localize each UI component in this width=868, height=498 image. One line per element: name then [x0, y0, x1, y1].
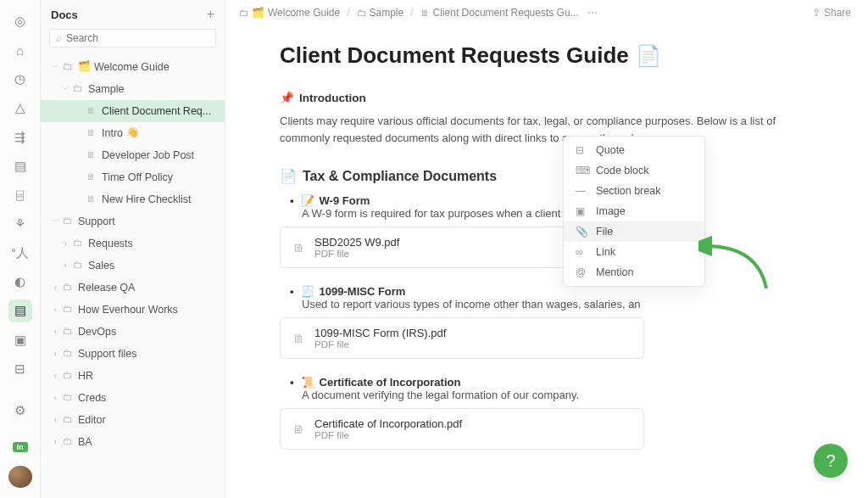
- person-icon[interactable]: °人: [8, 242, 32, 264]
- team-icon[interactable]: ⚘: [8, 213, 32, 235]
- tasks-icon[interactable]: ⇶: [8, 126, 32, 148]
- tree-item-welcome[interactable]: ﹀🗀🗂️Welcome Guide: [41, 56, 225, 78]
- clock-icon[interactable]: ◷: [8, 68, 32, 90]
- section-heading: 📄Tax & Compliance Documents: [280, 168, 814, 184]
- slash-menu: ⊟Quote ⌨Code block —Section break ▣Image…: [563, 136, 705, 287]
- image-icon: ▣: [576, 205, 587, 217]
- page-title-icon: 📄: [636, 44, 661, 68]
- crumb-current[interactable]: 🗎Client Document Requests Gu...: [420, 7, 579, 19]
- tree-item-sample[interactable]: ﹀🗀Sample: [41, 78, 225, 100]
- tree-item-editor[interactable]: ›🗀Editor: [41, 409, 225, 431]
- help-button[interactable]: ?: [814, 444, 848, 478]
- crumb-root[interactable]: 🗀🗂️Welcome Guide: [239, 7, 340, 19]
- share-button[interactable]: ⇪Share: [812, 7, 851, 19]
- icon-rail: ◎ ⌂ ◷ △ ⇶ ▤ ⌸ ⚘ °人 ◐ ▤ ▣ ⊟ ⚙ In: [0, 0, 41, 498]
- menu-item-link[interactable]: ∞Link: [564, 242, 704, 262]
- page-title: Client Document Requests Guide 📄: [280, 42, 814, 69]
- tree-item-hr[interactable]: ›🗀HR: [41, 365, 225, 387]
- briefcase-icon[interactable]: ⌸: [8, 184, 32, 206]
- tree-item-creds[interactable]: ›🗀Creds: [41, 387, 225, 409]
- sidebar: Docs + ⌕ ﹀🗀🗂️Welcome Guide ﹀🗀Sample 🗎Cli…: [41, 0, 225, 498]
- quote-icon: ⊟: [576, 144, 587, 156]
- main: 🗀🗂️Welcome Guide / 🗀Sample / 🗎Client Doc…: [225, 0, 868, 498]
- menu-item-quote[interactable]: ⊟Quote: [564, 140, 704, 160]
- more-icon[interactable]: ⋯: [587, 7, 598, 19]
- archive-icon[interactable]: ▣: [8, 329, 32, 351]
- search-icon: ⌕: [56, 32, 62, 44]
- tree-item-intro[interactable]: 🗎Intro👋: [41, 122, 225, 144]
- tree-item-support-files[interactable]: ›🗀Support files: [41, 343, 225, 365]
- box-icon[interactable]: ⊟: [8, 358, 32, 380]
- file-attachment[interactable]: 🗎 1099-MISC Form (IRS).pdf PDF file: [280, 317, 644, 359]
- doc-tree: ﹀🗀🗂️Welcome Guide ﹀🗀Sample 🗎Client Docum…: [41, 54, 225, 498]
- breadcrumb: 🗀🗂️Welcome Guide / 🗀Sample / 🗎Client Doc…: [225, 0, 868, 25]
- mention-icon: @: [576, 266, 587, 278]
- intro-body: Clients may require various official doc…: [280, 113, 814, 148]
- tree-item-sales[interactable]: ›🗀Sales: [41, 255, 225, 277]
- home-icon[interactable]: ⌂: [8, 39, 32, 61]
- reports-icon[interactable]: ◐: [8, 271, 32, 293]
- list-item: 📜Certificate of Incorporation A document…: [290, 376, 814, 401]
- file-icon: 🗎: [292, 241, 304, 255]
- link-icon: ∞: [576, 246, 587, 258]
- tree-item-requests[interactable]: ›🗀Requests: [41, 232, 225, 255]
- page-content: Client Document Requests Guide 📄 📌Introd…: [225, 25, 868, 498]
- logo-icon[interactable]: ◎: [8, 10, 32, 32]
- menu-item-mention[interactable]: @Mention: [564, 262, 704, 283]
- share-icon: ⇪: [812, 7, 821, 19]
- tree-item-new-hire[interactable]: 🗎New Hire Checklist: [41, 188, 225, 210]
- code-icon: ⌨: [576, 165, 587, 176]
- gear-icon[interactable]: ⚙: [8, 400, 32, 422]
- menu-item-image[interactable]: ▣Image: [564, 201, 704, 221]
- tree-item-support[interactable]: ﹀🗀Support: [41, 210, 225, 232]
- menu-item-section-break[interactable]: —Section break: [564, 181, 704, 201]
- menu-item-code[interactable]: ⌨Code block: [564, 160, 704, 181]
- bell-icon[interactable]: △: [8, 97, 32, 119]
- calendar-icon[interactable]: ▤: [8, 155, 32, 177]
- avatar[interactable]: [8, 466, 32, 488]
- tree-item-release[interactable]: ›🗀Release QA: [41, 277, 225, 299]
- tree-item-time-off[interactable]: 🗎Time Off Policy: [41, 166, 225, 188]
- menu-item-file[interactable]: 📎File: [564, 221, 704, 242]
- section-break-icon: —: [576, 185, 587, 197]
- file-attachment[interactable]: 🗎 Certificate of Incorporation.pdf PDF f…: [280, 408, 644, 450]
- attachment-icon: 📎: [576, 226, 587, 238]
- search-input[interactable]: ⌕: [49, 29, 216, 48]
- status-badge: In: [13, 442, 28, 452]
- tree-item-devops[interactable]: ›🗀DevOps: [41, 321, 225, 343]
- tree-item-client-doc[interactable]: 🗎Client Document Req...: [41, 100, 225, 122]
- docs-icon[interactable]: ▤: [8, 299, 32, 322]
- sidebar-title: Docs: [51, 8, 207, 21]
- file-icon: 🗎: [292, 332, 304, 345]
- add-doc-button[interactable]: +: [207, 7, 214, 22]
- list-item: 🧾1099-MISC Form Used to report various t…: [290, 285, 814, 311]
- list-item: 📝W-9 Form A W-9 form is required for tax…: [290, 194, 814, 220]
- file-icon: 🗎: [292, 422, 304, 436]
- tree-item-developer[interactable]: 🗎Developer Job Post: [41, 144, 225, 166]
- tree-item-ba[interactable]: ›🗀BA: [41, 431, 225, 453]
- intro-heading: 📌Introduction: [280, 89, 814, 108]
- crumb-sample[interactable]: 🗀Sample: [357, 7, 404, 19]
- tree-item-everhour[interactable]: ›🗀How Everhour Works: [41, 299, 225, 321]
